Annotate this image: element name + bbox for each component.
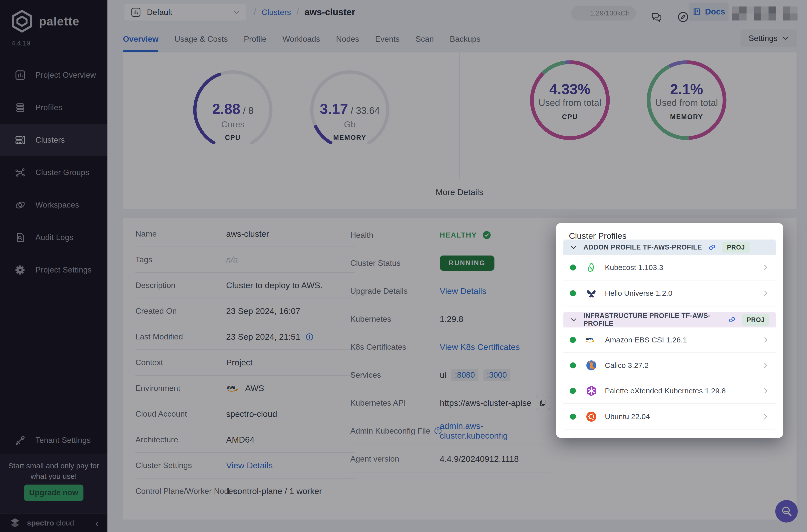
- detail-value: AWS: [245, 383, 264, 393]
- card-divider: [459, 53, 460, 180]
- pack-item-palette-extended-kubernetes-1-29-8[interactable]: Palette eXtended Kubernetes 1.29.8: [563, 378, 776, 404]
- sidebar-item-workspaces[interactable]: Workspaces: [0, 189, 108, 221]
- gear-icon: [15, 264, 26, 276]
- tab-usage-costs[interactable]: Usage & Costs: [174, 26, 228, 52]
- tab-backups[interactable]: Backups: [450, 26, 481, 52]
- sidebar-item-clusters[interactable]: Clusters: [0, 124, 108, 156]
- detail-row: Created On23 Sep 2024, 16:07: [135, 299, 355, 324]
- detail-label: Agent version: [350, 454, 440, 463]
- sidebar-footer: spectro cloud ‹: [0, 514, 108, 532]
- detail-row: HealthHEALTHY: [350, 221, 550, 249]
- gauge-value: 2.88: [212, 101, 240, 117]
- profile-section-header-addon-profile-tf-aws-profile[interactable]: ADDON PROFILE TF-AWS-PROFILEPROJ: [563, 240, 776, 255]
- breadcrumb-current: aws-cluster: [304, 7, 355, 18]
- sidebar-tenant: Tenant Settings: [0, 424, 108, 457]
- detail-label: Cloud Account: [135, 410, 226, 419]
- profile-section-header-infrastructure-profile-tf-aws-profile[interactable]: INFRASTRUCTURE PROFILE TF-AWS-PROFILEPRO…: [563, 312, 776, 327]
- tab-nodes[interactable]: Nodes: [336, 26, 359, 52]
- detail-label: Cluster Status: [350, 259, 440, 268]
- pack-item-ubuntu-22-04[interactable]: Ubuntu 22.04: [563, 404, 776, 429]
- more-details-button[interactable]: More Details: [436, 187, 484, 197]
- ubuntu-logo-icon: [585, 411, 597, 423]
- sidebar-item-tenant-settings[interactable]: Tenant Settings: [0, 424, 108, 457]
- cpu-gauge: 2.88 / 8CoresCPU: [190, 67, 276, 153]
- upgrade-details-link[interactable]: View Details: [440, 286, 486, 296]
- copy-button[interactable]: [536, 396, 550, 410]
- cluster-settings-link[interactable]: View Details: [226, 460, 273, 470]
- service-port-link[interactable]: :8080: [451, 369, 478, 381]
- project-icon: [130, 7, 142, 18]
- status-dot-green: [570, 265, 576, 270]
- promo-text: Start small and only pay for what you us…: [0, 454, 108, 481]
- memory-donut: 2.1%Used from totalMEMORY: [644, 57, 730, 143]
- layers-icon: [15, 102, 26, 113]
- link-icon[interactable]: [728, 316, 736, 324]
- status-dot-green: [570, 290, 576, 296]
- chevron-right-icon: [762, 362, 769, 369]
- detail-value: n/a: [226, 255, 238, 265]
- gauge-unit: Cores: [190, 119, 276, 129]
- pack-item-calico-3-27-2[interactable]: Calico 3.27.2: [563, 353, 776, 378]
- chevron-right-icon: [762, 387, 769, 395]
- docs-button[interactable]: Docs: [689, 2, 729, 21]
- pack-name: Calico 3.27.2: [605, 361, 649, 370]
- kubecost-logo-icon: [585, 262, 597, 273]
- sidebar-nav: Project OverviewProfilesClustersCluster …: [0, 59, 108, 286]
- compass-icon[interactable]: [677, 11, 690, 23]
- detail-value: 23 Sep 2024, 21:51: [226, 332, 300, 342]
- detail-label: Kubernetes: [350, 315, 440, 324]
- status-dot-green: [570, 337, 576, 343]
- collapse-sidebar-icon[interactable]: ‹: [95, 518, 99, 528]
- detail-value: AMD64: [226, 435, 254, 444]
- tab-events[interactable]: Events: [375, 26, 400, 52]
- detail-row: Control Plane/Worker Nodes1 control-plan…: [135, 478, 355, 504]
- sidebar-item-project-overview[interactable]: Project Overview: [0, 59, 108, 91]
- pxk-logo-icon: [585, 385, 597, 397]
- calico-logo-icon: [585, 359, 597, 372]
- detail-row: DescriptionCluster to deploy to AWS.: [135, 273, 355, 299]
- pack-item-amazon-ebs-csi-1-26-1[interactable]: awsAmazon EBS CSI 1.26.1: [563, 327, 776, 353]
- sidebar-item-project-settings[interactable]: Project Settings: [0, 254, 108, 286]
- project-select[interactable]: Default: [125, 4, 246, 20]
- spectro-cloud-logo-icon: [8, 517, 21, 529]
- tab-overview[interactable]: Overview: [123, 26, 158, 52]
- breadcrumb: / Clusters / aws-cluster: [254, 0, 355, 24]
- detail-label: Created On: [135, 306, 226, 316]
- chevron-down-icon: [570, 244, 577, 251]
- hello-logo-icon: [585, 287, 597, 299]
- k8s-certificates-link[interactable]: View K8s Certificates: [440, 342, 520, 352]
- magnifier-icon: [780, 505, 793, 518]
- detail-label: Health: [350, 230, 440, 240]
- detail-value: 1.29.8: [440, 314, 464, 324]
- chat-icon[interactable]: [650, 11, 663, 23]
- popup-sections: ADDON PROFILE TF-AWS-PROFILEPROJKubecost…: [563, 240, 776, 435]
- sidebar-item-label: Workspaces: [36, 201, 79, 210]
- service-name: ui: [440, 370, 446, 380]
- pack-name: Hello Universe 1.2.0: [605, 289, 672, 298]
- link-icon[interactable]: [708, 243, 716, 251]
- info-icon[interactable]: [305, 333, 314, 341]
- detail-row: EnvironmentawsAWS: [135, 376, 355, 401]
- status-dot-green: [570, 388, 576, 394]
- profile-section-title: INFRASTRUCTURE PROFILE TF-AWS-PROFILE: [583, 312, 722, 327]
- tab-profile[interactable]: Profile: [244, 26, 267, 52]
- settings-button[interactable]: Settings: [740, 30, 797, 47]
- detail-row: Admin Kubeconfig Fileadmin.aws-cluster.k…: [350, 417, 550, 445]
- sidebar-item-profiles[interactable]: Profiles: [0, 91, 108, 124]
- sidebar-item-audit-logs[interactable]: Audit Logs: [0, 221, 108, 254]
- pack-item-hello-universe-1-2-0[interactable]: Hello Universe 1.2.0: [563, 281, 776, 306]
- tab-scan[interactable]: Scan: [415, 26, 434, 52]
- profile-group: Kubecost 1.103.3Hello Universe 1.2.0: [563, 255, 776, 306]
- kubeconfig-link[interactable]: admin.aws-cluster.kubeconfig: [440, 421, 550, 441]
- service-port-link[interactable]: :3000: [484, 369, 510, 381]
- tab-workloads[interactable]: Workloads: [282, 26, 320, 52]
- breadcrumb-clusters-link[interactable]: Clusters: [262, 8, 291, 17]
- upgrade-now-button[interactable]: Upgrade now: [24, 484, 83, 501]
- pack-item-kubecost-1-103-3[interactable]: Kubecost 1.103.3: [563, 255, 776, 281]
- search-fab[interactable]: [775, 500, 798, 522]
- detail-row: Cloud Accountspectro-cloud: [135, 401, 355, 427]
- detail-row: Cluster SettingsView Details: [135, 453, 355, 478]
- status-dot-green: [570, 414, 576, 420]
- credits-meter: 1.29/100kCh: [571, 6, 636, 20]
- sidebar-item-cluster-groups[interactable]: Cluster Groups: [0, 156, 108, 189]
